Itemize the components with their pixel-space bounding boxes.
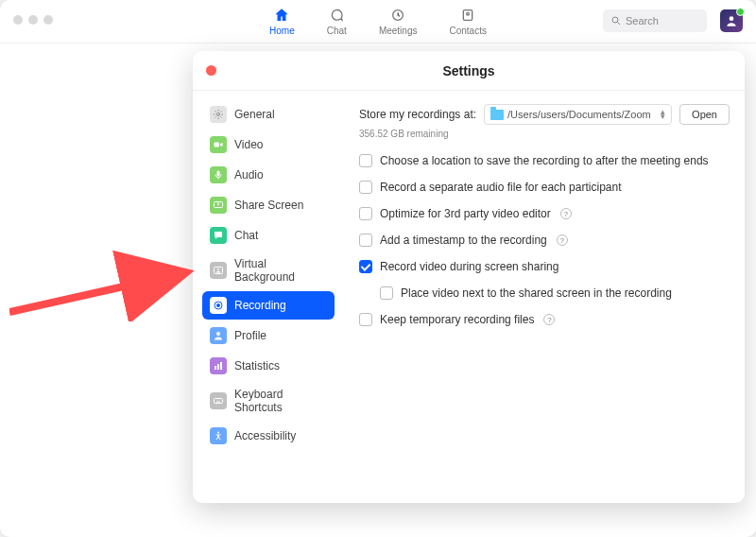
sidebar-item-share-screen[interactable]: Share Screen	[202, 191, 335, 219]
checkbox[interactable]	[359, 234, 372, 247]
sidebar-item-label: Audio	[234, 168, 264, 182]
recording-option: Choose a location to save the recording …	[359, 154, 730, 167]
zoom-main-window: Home Chat Meetings Contacts	[0, 0, 756, 537]
checkbox[interactable]	[359, 207, 372, 220]
svg-point-3	[612, 17, 618, 23]
recording-panel: Store my recordings at: /Users/users/Doc…	[344, 91, 745, 503]
checkbox[interactable]	[359, 260, 372, 273]
checkbox[interactable]	[359, 154, 372, 167]
tab-label: Home	[269, 26, 295, 36]
help-icon[interactable]: ?	[543, 314, 555, 325]
sidebar-item-chat[interactable]: Chat	[202, 221, 335, 250]
option-label: Optimize for 3rd party video editor	[380, 207, 551, 220]
top-tabs: Home Chat Meetings Contacts	[269, 7, 487, 36]
recording-option: Keep temporary recording files?	[359, 313, 730, 326]
sidebar-item-recording[interactable]: Recording	[202, 291, 335, 320]
folder-icon	[490, 110, 504, 120]
sidebar-item-general[interactable]: General	[202, 100, 335, 129]
sidebar-item-audio[interactable]: Audio	[202, 161, 335, 189]
settings-sidebar: GeneralVideoAudioShare ScreenChatVirtual…	[193, 91, 344, 503]
profile-icon	[210, 327, 227, 344]
sidebar-item-label: Recording	[234, 299, 286, 312]
sidebar-item-label: Profile	[234, 329, 266, 342]
sidebar-item-label: Chat	[234, 229, 258, 242]
keyboard-icon	[210, 392, 227, 409]
record-icon	[210, 297, 227, 314]
option-label: Place video next to the shared screen in…	[401, 286, 672, 300]
settings-header: Settings	[193, 51, 745, 91]
open-button[interactable]: Open	[679, 104, 730, 125]
svg-rect-14	[215, 366, 216, 370]
tab-home[interactable]: Home	[269, 7, 295, 36]
sidebar-item-label: Virtual Background	[234, 257, 327, 284]
svg-point-6	[217, 113, 220, 116]
search-input[interactable]: Search	[603, 9, 707, 32]
accessibility-icon	[210, 427, 227, 444]
recording-option: Place video next to the shared screen in…	[380, 286, 730, 300]
checkbox[interactable]	[359, 181, 372, 194]
vbg-icon	[210, 262, 227, 279]
sidebar-item-label: General	[234, 108, 275, 121]
share-icon	[210, 197, 227, 214]
option-label: Choose a location to save the recording …	[380, 154, 709, 167]
checkbox[interactable]	[380, 286, 393, 300]
svg-point-18	[217, 432, 219, 434]
avatar-icon	[725, 14, 738, 27]
svg-rect-17	[215, 399, 223, 404]
tab-label: Meetings	[379, 26, 418, 36]
chat-icon	[328, 7, 345, 24]
home-icon	[273, 7, 290, 24]
recording-option: Record a separate audio file for each pa…	[359, 181, 730, 194]
svg-point-13	[216, 332, 220, 336]
sidebar-item-keyboard-shortcuts[interactable]: Keyboard Shortcuts	[202, 382, 335, 420]
sidebar-item-label: Statistics	[234, 359, 280, 372]
sidebar-item-label: Keyboard Shortcuts	[234, 388, 327, 414]
sidebar-item-video[interactable]: Video	[202, 130, 335, 159]
recording-option: Record video during screen sharing	[359, 260, 730, 273]
stats-icon	[210, 357, 227, 374]
option-label: Keep temporary recording files	[380, 313, 534, 326]
option-label: Record a separate audio file for each pa…	[380, 181, 622, 194]
svg-rect-15	[217, 364, 219, 370]
recording-path-select[interactable]: /Users/users/Documents/Zoom ▴▾	[484, 104, 672, 125]
checkbox[interactable]	[359, 313, 372, 326]
tab-label: Chat	[327, 26, 347, 36]
tab-meetings[interactable]: Meetings	[379, 7, 418, 36]
sidebar-item-profile[interactable]: Profile	[202, 321, 335, 350]
clock-icon	[389, 7, 406, 24]
sidebar-item-label: Video	[234, 138, 263, 151]
svg-point-2	[467, 12, 470, 15]
svg-point-12	[216, 303, 220, 307]
contacts-icon	[459, 7, 476, 24]
store-label: Store my recordings at:	[359, 108, 476, 121]
chevron-updown-icon: ▴▾	[661, 110, 665, 119]
recording-option: Optimize for 3rd party video editor?	[359, 207, 730, 220]
settings-body: GeneralVideoAudioShare ScreenChatVirtual…	[193, 91, 745, 503]
help-icon[interactable]: ?	[557, 234, 568, 246]
recording-path: /Users/users/Documents/Zoom	[507, 109, 651, 120]
close-icon[interactable]	[206, 65, 216, 76]
top-nav: Home Chat Meetings Contacts	[0, 0, 756, 43]
settings-window: Settings GeneralVideoAudioShare ScreenCh…	[193, 51, 745, 503]
sidebar-item-accessibility[interactable]: Accessibility	[202, 422, 335, 450]
sidebar-item-statistics[interactable]: Statistics	[202, 352, 335, 380]
sidebar-item-label: Share Screen	[234, 199, 303, 212]
help-icon[interactable]: ?	[560, 208, 572, 219]
search-placeholder: Search	[626, 15, 659, 26]
store-path-row: Store my recordings at: /Users/users/Doc…	[359, 104, 730, 125]
audio-icon	[210, 166, 227, 183]
chat-icon	[210, 227, 227, 244]
gear-icon	[210, 106, 227, 123]
sidebar-item-label: Accessibility	[234, 429, 296, 442]
avatar[interactable]	[720, 9, 743, 32]
tab-chat[interactable]: Chat	[327, 7, 347, 36]
svg-point-4	[730, 16, 734, 21]
storage-remaining: 356.52 GB remaining	[359, 129, 730, 139]
settings-title: Settings	[442, 63, 494, 78]
svg-point-10	[217, 268, 219, 270]
tab-contacts[interactable]: Contacts	[449, 7, 486, 36]
svg-rect-16	[220, 362, 222, 370]
tab-label: Contacts	[449, 26, 486, 36]
recording-options: Choose a location to save the recording …	[359, 154, 730, 326]
sidebar-item-virtual-background[interactable]: Virtual Background	[202, 251, 335, 289]
